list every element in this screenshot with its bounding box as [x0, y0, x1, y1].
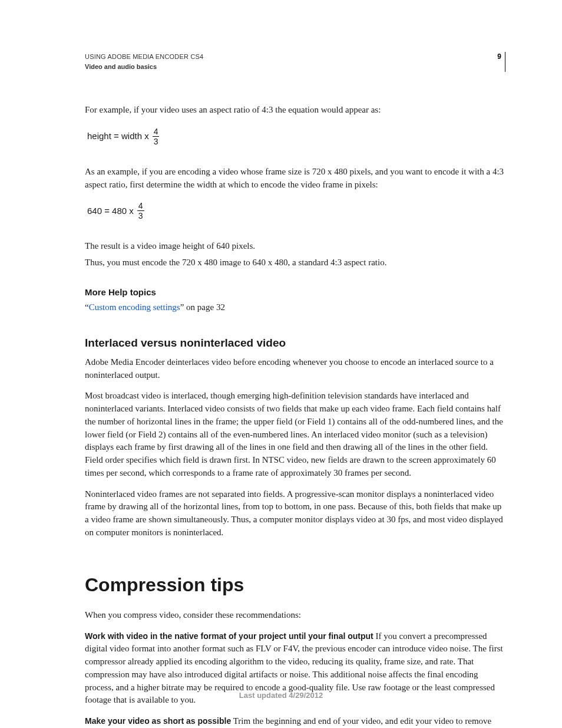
more-help-heading: More Help topics	[85, 286, 505, 299]
heading-interlaced: Interlaced versus noninterlaced video	[85, 335, 505, 351]
header-chapter-line: Video and audio basics	[85, 62, 203, 72]
fraction-4-3: 4 3	[153, 127, 160, 146]
quote-open: “	[85, 302, 89, 312]
paragraph: For example, if your video uses an aspec…	[85, 104, 505, 117]
fraction-denominator: 3	[138, 211, 143, 220]
heading-compression-tips: Compression tips	[85, 571, 505, 598]
page-number: 9	[497, 52, 505, 72]
paragraph: Adobe Media Encoder deinterlaces video b…	[85, 356, 505, 382]
more-help-line: “Custom encoding settings” on page 32	[85, 301, 505, 314]
body-content: For example, if your video uses an aspec…	[85, 104, 505, 728]
fraction-denominator: 3	[154, 137, 158, 146]
header-product-line: USING ADOBE MEDIA ENCODER CS4	[85, 52, 203, 62]
paragraph: When you compress video, consider these …	[85, 609, 505, 622]
document-page: USING ADOBE MEDIA ENCODER CS4 Video and …	[0, 0, 562, 728]
fraction-4-3: 4 3	[137, 202, 144, 220]
tip-runin-heading: Work with video in the native format of …	[85, 631, 373, 641]
paragraph: Most broadcast video is interlaced, thou…	[85, 390, 505, 479]
fraction-numerator: 4	[137, 202, 144, 211]
formula-lhs: 640 = 480 x	[87, 205, 134, 218]
paragraph: The result is a video image height of 64…	[85, 240, 505, 253]
formula-lhs: height = width x	[87, 130, 149, 143]
page-header: USING ADOBE MEDIA ENCODER CS4 Video and …	[85, 52, 505, 72]
formula-height-width: height = width x 4 3	[87, 127, 505, 146]
paragraph: Thus, you must encode the 720 x 480 imag…	[85, 256, 505, 269]
paragraph: As an example, if you are encoding a vid…	[85, 166, 505, 192]
fraction-numerator: 4	[153, 127, 160, 137]
link-custom-encoding-settings[interactable]: Custom encoding settings	[89, 302, 180, 312]
tip-runin-heading: Make your video as short as possible	[85, 716, 231, 726]
formula-640-480: 640 = 480 x 4 3	[87, 202, 505, 220]
header-title-block: USING ADOBE MEDIA ENCODER CS4 Video and …	[85, 52, 203, 71]
paragraph: Noninterlaced video frames are not separ…	[85, 488, 505, 539]
tip-paragraph: Make your video as short as possible Tri…	[85, 715, 505, 728]
quote-close-text: ” on page 32	[180, 302, 225, 312]
footer-last-updated: Last updated 4/29/2012	[0, 691, 562, 700]
